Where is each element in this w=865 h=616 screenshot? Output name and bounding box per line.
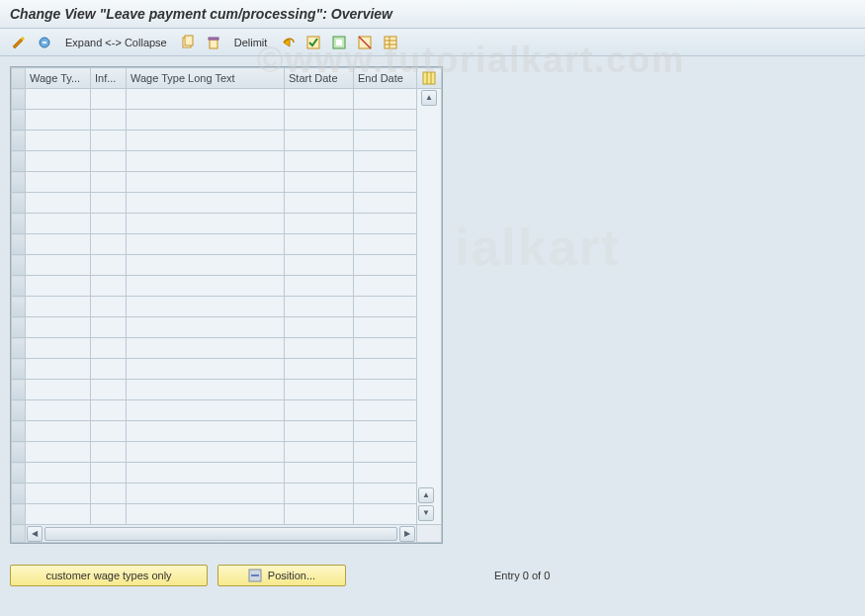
cell[interactable] bbox=[26, 421, 91, 442]
row-selector[interactable] bbox=[12, 297, 26, 317]
cell[interactable] bbox=[285, 297, 354, 317]
cell[interactable] bbox=[91, 380, 127, 400]
cell[interactable] bbox=[285, 255, 354, 276]
scroll-down-inner-icon[interactable]: ▲ bbox=[418, 487, 434, 503]
delete-icon[interactable] bbox=[203, 33, 224, 52]
cell[interactable] bbox=[285, 484, 354, 504]
row-selector[interactable] bbox=[12, 504, 26, 525]
cell[interactable] bbox=[285, 131, 354, 151]
cell[interactable] bbox=[285, 110, 354, 131]
cell[interactable] bbox=[26, 276, 91, 297]
cell[interactable] bbox=[285, 151, 354, 172]
cell[interactable] bbox=[26, 131, 91, 151]
cell[interactable] bbox=[285, 214, 354, 234]
scroll-left-icon[interactable]: ◀ bbox=[27, 526, 43, 542]
cell[interactable] bbox=[26, 442, 91, 463]
row-selector[interactable] bbox=[12, 442, 26, 463]
cell[interactable] bbox=[354, 110, 417, 131]
column-header-end-date[interactable]: End Date bbox=[354, 68, 417, 89]
cell[interactable] bbox=[26, 255, 91, 276]
cell[interactable] bbox=[91, 297, 127, 317]
row-selector[interactable] bbox=[12, 110, 26, 131]
cell[interactable] bbox=[91, 172, 127, 193]
cell[interactable] bbox=[354, 151, 417, 172]
cell[interactable] bbox=[91, 442, 127, 463]
deselect-all-icon[interactable] bbox=[354, 33, 376, 52]
cell[interactable] bbox=[354, 317, 417, 338]
cell[interactable] bbox=[354, 359, 417, 380]
cell[interactable] bbox=[26, 484, 91, 504]
cell[interactable] bbox=[127, 214, 285, 234]
row-selector[interactable] bbox=[12, 463, 26, 484]
cell[interactable] bbox=[285, 380, 354, 400]
delimit-button[interactable]: Delimit bbox=[228, 37, 274, 48]
scroll-up-icon[interactable]: ▲ bbox=[421, 90, 437, 106]
cell[interactable] bbox=[91, 338, 127, 359]
other-view-icon[interactable] bbox=[34, 33, 55, 52]
cell[interactable] bbox=[354, 276, 417, 297]
cell[interactable] bbox=[127, 255, 285, 276]
row-selector[interactable] bbox=[12, 172, 26, 193]
row-selector[interactable] bbox=[12, 89, 26, 110]
cell[interactable] bbox=[127, 463, 285, 484]
cell[interactable] bbox=[26, 400, 91, 421]
vertical-scrollbar[interactable]: ▲▲▼ bbox=[417, 89, 442, 525]
cell[interactable] bbox=[354, 297, 417, 317]
cell[interactable] bbox=[127, 400, 285, 421]
cell[interactable] bbox=[127, 338, 285, 359]
cell[interactable] bbox=[127, 151, 285, 172]
cell[interactable] bbox=[354, 504, 417, 525]
copy-icon[interactable] bbox=[177, 33, 199, 52]
select-block-icon[interactable] bbox=[328, 33, 350, 52]
cell[interactable] bbox=[354, 193, 417, 214]
cell[interactable] bbox=[91, 214, 127, 234]
cell[interactable] bbox=[26, 317, 91, 338]
cell[interactable] bbox=[127, 131, 285, 151]
horizontal-scrollbar[interactable]: ◀▶ bbox=[12, 525, 442, 543]
cell[interactable] bbox=[26, 214, 91, 234]
cell[interactable] bbox=[127, 297, 285, 317]
cell[interactable] bbox=[91, 276, 127, 297]
row-selector[interactable] bbox=[12, 380, 26, 400]
cell[interactable] bbox=[285, 172, 354, 193]
cell[interactable] bbox=[127, 276, 285, 297]
cell[interactable] bbox=[91, 110, 127, 131]
table-settings-icon[interactable] bbox=[380, 33, 401, 52]
scroll-right-icon[interactable]: ▶ bbox=[399, 526, 415, 542]
cell[interactable] bbox=[26, 338, 91, 359]
undo-icon[interactable] bbox=[277, 33, 299, 52]
row-selector[interactable] bbox=[12, 400, 26, 421]
cell[interactable] bbox=[91, 359, 127, 380]
row-selector[interactable] bbox=[12, 276, 26, 297]
cell[interactable] bbox=[127, 359, 285, 380]
configure-columns-icon[interactable] bbox=[417, 68, 442, 89]
cell[interactable] bbox=[127, 110, 285, 131]
cell[interactable] bbox=[354, 255, 417, 276]
cell[interactable] bbox=[285, 193, 354, 214]
cell[interactable] bbox=[354, 214, 417, 234]
cell[interactable] bbox=[26, 110, 91, 131]
row-selector[interactable] bbox=[12, 255, 26, 276]
cell[interactable] bbox=[26, 297, 91, 317]
cell[interactable] bbox=[91, 463, 127, 484]
scroll-thumb[interactable] bbox=[44, 527, 397, 541]
cell[interactable] bbox=[26, 151, 91, 172]
cell[interactable] bbox=[26, 193, 91, 214]
column-header-start-date[interactable]: Start Date bbox=[285, 68, 354, 89]
column-header-wage-long-text[interactable]: Wage Type Long Text bbox=[127, 68, 285, 89]
toggle-display-change-icon[interactable] bbox=[8, 33, 30, 52]
cell[interactable] bbox=[91, 484, 127, 504]
cell[interactable] bbox=[285, 276, 354, 297]
row-selector-header[interactable] bbox=[12, 68, 26, 89]
cell[interactable] bbox=[354, 131, 417, 151]
column-header-infotype[interactable]: Inf... bbox=[91, 68, 127, 89]
cell[interactable] bbox=[354, 421, 417, 442]
cell[interactable] bbox=[354, 338, 417, 359]
cell[interactable] bbox=[127, 484, 285, 504]
cell[interactable] bbox=[354, 380, 417, 400]
customer-wage-types-button[interactable]: customer wage types only bbox=[10, 565, 208, 586]
cell[interactable] bbox=[26, 234, 91, 255]
cell[interactable] bbox=[91, 255, 127, 276]
cell[interactable] bbox=[91, 317, 127, 338]
cell[interactable] bbox=[127, 234, 285, 255]
